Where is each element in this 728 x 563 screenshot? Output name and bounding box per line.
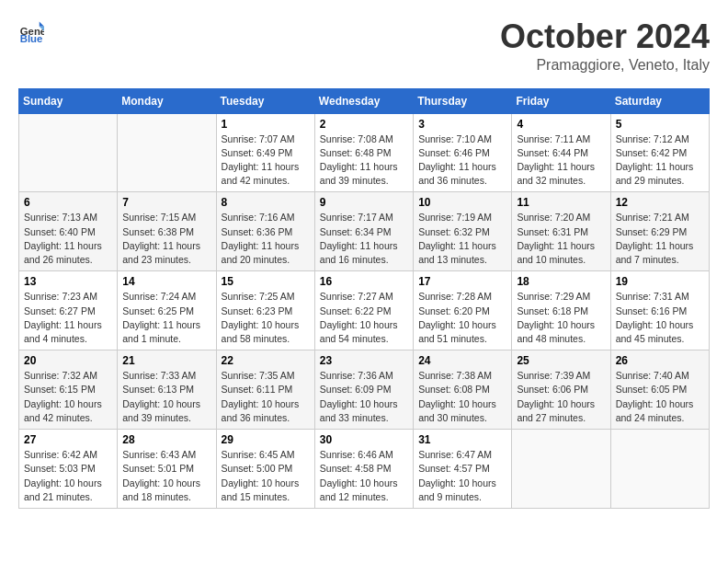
calendar-cell: 26Sunrise: 7:40 AM Sunset: 6:05 PM Dayli… (610, 350, 709, 430)
day-number: 6 (24, 196, 112, 209)
calendar-cell: 3Sunrise: 7:10 AM Sunset: 6:46 PM Daylig… (414, 113, 512, 192)
calendar-cell: 11Sunrise: 7:20 AM Sunset: 6:31 PM Dayli… (512, 192, 610, 271)
svg-text:Blue: Blue (20, 33, 43, 44)
month-title: October 2024 (500, 18, 710, 55)
day-number: 1 (222, 118, 310, 131)
day-detail: Sunrise: 6:45 AM Sunset: 5:00 PM Dayligh… (222, 448, 310, 504)
day-detail: Sunrise: 7:20 AM Sunset: 6:31 PM Dayligh… (517, 211, 605, 267)
day-detail: Sunrise: 7:08 AM Sunset: 6:48 PM Dayligh… (320, 132, 408, 189)
calendar-cell: 5Sunrise: 7:12 AM Sunset: 6:42 PM Daylig… (610, 113, 709, 192)
day-number: 22 (222, 354, 310, 367)
day-detail: Sunrise: 7:31 AM Sunset: 6:16 PM Dayligh… (616, 290, 704, 346)
calendar-cell: 29Sunrise: 6:45 AM Sunset: 5:00 PM Dayli… (216, 430, 314, 509)
calendar-cell: 31Sunrise: 6:47 AM Sunset: 4:57 PM Dayli… (414, 430, 512, 509)
day-number: 2 (320, 118, 408, 131)
calendar-cell: 4Sunrise: 7:11 AM Sunset: 6:44 PM Daylig… (512, 113, 610, 192)
day-number: 7 (122, 196, 210, 209)
calendar-cell: 30Sunrise: 6:46 AM Sunset: 4:58 PM Dayli… (314, 430, 413, 509)
day-detail: Sunrise: 7:25 AM Sunset: 6:23 PM Dayligh… (222, 290, 310, 346)
calendar-cell: 13Sunrise: 7:23 AM Sunset: 6:27 PM Dayli… (19, 271, 118, 350)
logo: General Blue (18, 18, 44, 44)
day-detail: Sunrise: 6:42 AM Sunset: 5:03 PM Dayligh… (24, 448, 112, 504)
calendar-cell: 25Sunrise: 7:39 AM Sunset: 6:06 PM Dayli… (512, 350, 610, 430)
day-number: 3 (418, 118, 506, 131)
col-header-saturday: Saturday (610, 88, 709, 113)
calendar-cell: 7Sunrise: 7:15 AM Sunset: 6:38 PM Daylig… (118, 192, 216, 271)
day-detail: Sunrise: 6:47 AM Sunset: 4:57 PM Dayligh… (418, 448, 506, 504)
calendar-table: SundayMondayTuesdayWednesdayThursdayFrid… (18, 88, 710, 509)
day-number: 24 (418, 354, 506, 367)
day-detail: Sunrise: 7:13 AM Sunset: 6:40 PM Dayligh… (24, 211, 112, 267)
day-number: 5 (616, 118, 704, 131)
calendar-cell: 6Sunrise: 7:13 AM Sunset: 6:40 PM Daylig… (19, 192, 118, 271)
day-detail: Sunrise: 7:16 AM Sunset: 6:36 PM Dayligh… (222, 211, 310, 267)
calendar-cell: 10Sunrise: 7:19 AM Sunset: 6:32 PM Dayli… (414, 192, 512, 271)
calendar-cell (118, 113, 216, 192)
calendar-cell: 16Sunrise: 7:27 AM Sunset: 6:22 PM Dayli… (314, 271, 413, 350)
day-number: 13 (24, 275, 112, 288)
calendar-cell: 23Sunrise: 7:36 AM Sunset: 6:09 PM Dayli… (314, 350, 413, 430)
day-detail: Sunrise: 7:28 AM Sunset: 6:20 PM Dayligh… (418, 290, 506, 346)
day-detail: Sunrise: 7:39 AM Sunset: 6:06 PM Dayligh… (517, 369, 605, 425)
day-detail: Sunrise: 7:35 AM Sunset: 6:11 PM Dayligh… (222, 369, 310, 425)
day-detail: Sunrise: 7:23 AM Sunset: 6:27 PM Dayligh… (24, 290, 112, 346)
day-number: 10 (418, 196, 506, 209)
day-number: 8 (222, 196, 310, 209)
day-number: 21 (122, 354, 210, 367)
day-number: 12 (616, 196, 704, 209)
day-number: 9 (320, 196, 408, 209)
day-number: 20 (24, 354, 112, 367)
day-detail: Sunrise: 6:46 AM Sunset: 4:58 PM Dayligh… (320, 448, 408, 504)
calendar-cell: 19Sunrise: 7:31 AM Sunset: 6:16 PM Dayli… (610, 271, 709, 350)
day-number: 17 (418, 275, 506, 288)
calendar-cell (512, 430, 610, 509)
calendar-cell: 14Sunrise: 7:24 AM Sunset: 6:25 PM Dayli… (118, 271, 216, 350)
calendar-cell: 1Sunrise: 7:07 AM Sunset: 6:49 PM Daylig… (216, 113, 314, 192)
calendar-cell: 20Sunrise: 7:32 AM Sunset: 6:15 PM Dayli… (19, 350, 118, 430)
day-detail: Sunrise: 7:29 AM Sunset: 6:18 PM Dayligh… (517, 290, 605, 346)
day-detail: Sunrise: 7:15 AM Sunset: 6:38 PM Dayligh… (122, 211, 210, 267)
day-number: 19 (616, 275, 704, 288)
day-detail: Sunrise: 7:27 AM Sunset: 6:22 PM Dayligh… (320, 290, 408, 346)
day-number: 26 (616, 354, 704, 367)
day-detail: Sunrise: 7:07 AM Sunset: 6:49 PM Dayligh… (222, 132, 310, 189)
day-detail: Sunrise: 7:11 AM Sunset: 6:44 PM Dayligh… (517, 132, 605, 189)
day-detail: Sunrise: 7:19 AM Sunset: 6:32 PM Dayligh… (418, 211, 506, 267)
calendar-cell: 27Sunrise: 6:42 AM Sunset: 5:03 PM Dayli… (19, 430, 118, 509)
day-detail: Sunrise: 7:10 AM Sunset: 6:46 PM Dayligh… (418, 132, 506, 189)
col-header-friday: Friday (512, 88, 610, 113)
calendar-cell: 18Sunrise: 7:29 AM Sunset: 6:18 PM Dayli… (512, 271, 610, 350)
logo-icon: General Blue (18, 18, 44, 44)
day-detail: Sunrise: 7:36 AM Sunset: 6:09 PM Dayligh… (320, 369, 408, 425)
day-detail: Sunrise: 7:38 AM Sunset: 6:08 PM Dayligh… (418, 369, 506, 425)
col-header-sunday: Sunday (19, 88, 118, 113)
day-detail: Sunrise: 7:21 AM Sunset: 6:29 PM Dayligh… (616, 211, 704, 267)
col-header-tuesday: Tuesday (216, 88, 314, 113)
col-header-monday: Monday (118, 88, 216, 113)
day-number: 18 (517, 275, 605, 288)
day-number: 31 (418, 433, 506, 446)
day-number: 16 (320, 275, 408, 288)
col-header-thursday: Thursday (414, 88, 512, 113)
day-detail: Sunrise: 7:24 AM Sunset: 6:25 PM Dayligh… (122, 290, 210, 346)
calendar-cell: 2Sunrise: 7:08 AM Sunset: 6:48 PM Daylig… (314, 113, 413, 192)
day-number: 29 (222, 433, 310, 446)
day-number: 14 (122, 275, 210, 288)
calendar-cell: 24Sunrise: 7:38 AM Sunset: 6:08 PM Dayli… (414, 350, 512, 430)
day-number: 27 (24, 433, 112, 446)
calendar-cell: 12Sunrise: 7:21 AM Sunset: 6:29 PM Dayli… (610, 192, 709, 271)
calendar-cell: 22Sunrise: 7:35 AM Sunset: 6:11 PM Dayli… (216, 350, 314, 430)
day-number: 30 (320, 433, 408, 446)
day-number: 11 (517, 196, 605, 209)
col-header-wednesday: Wednesday (314, 88, 413, 113)
calendar-cell: 9Sunrise: 7:17 AM Sunset: 6:34 PM Daylig… (314, 192, 413, 271)
day-number: 25 (517, 354, 605, 367)
day-number: 4 (517, 118, 605, 131)
calendar-cell: 28Sunrise: 6:43 AM Sunset: 5:01 PM Dayli… (118, 430, 216, 509)
day-detail: Sunrise: 7:33 AM Sunset: 6:13 PM Dayligh… (122, 369, 210, 425)
calendar-cell: 8Sunrise: 7:16 AM Sunset: 6:36 PM Daylig… (216, 192, 314, 271)
title-area: October 2024 Pramaggiore, Veneto, Italy (500, 18, 710, 74)
calendar-cell: 17Sunrise: 7:28 AM Sunset: 6:20 PM Dayli… (414, 271, 512, 350)
calendar-cell (610, 430, 709, 509)
calendar-cell (19, 113, 118, 192)
